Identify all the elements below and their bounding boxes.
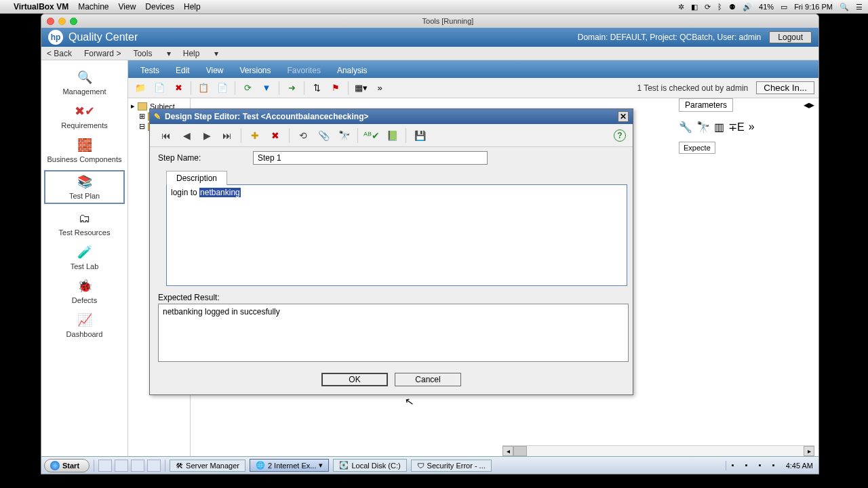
tab-versions[interactable]: Versions	[232, 63, 279, 78]
scroll-left-arrow-icon[interactable]: ◂	[502, 446, 513, 456]
ok-button[interactable]: OK	[321, 373, 388, 386]
tray-icon[interactable]: ▪	[772, 461, 782, 470]
mac-app-name[interactable]: VirtualBox VM	[14, 2, 68, 12]
scroll-left-icon[interactable]: ◂	[804, 99, 809, 110]
scroll-right-arrow-icon[interactable]: ▸	[804, 446, 814, 456]
sidebar-item-test-plan[interactable]: 📚Test Plan	[44, 170, 125, 204]
start-button[interactable]: Start	[44, 459, 90, 472]
description-textarea[interactable]: login to netbanking	[166, 184, 627, 286]
goto-button[interactable]: ➜	[283, 81, 300, 96]
tab-parameters[interactable]: Parameters	[679, 98, 733, 112]
new-test-button[interactable]: 📄	[151, 81, 167, 96]
filter-button[interactable]: ▼	[258, 81, 275, 96]
sidebar-item-management[interactable]: 🔍Management	[41, 66, 127, 100]
mac-menu-help[interactable]: Help	[184, 2, 201, 12]
battery-icon: ▭	[781, 3, 787, 12]
tab-favorites[interactable]: Favorites	[279, 63, 329, 78]
prev-step-button[interactable]: ◀	[177, 127, 196, 144]
tab-edit[interactable]: Edit	[167, 63, 198, 78]
dialog-titlebar[interactable]: ✎ Design Step Editor: Test <Accountbalan…	[150, 109, 633, 124]
horizontal-scrollbar[interactable]: ◂ ▸	[502, 445, 814, 456]
delete-button[interactable]: ✖	[170, 81, 186, 96]
indent-icon[interactable]: ∓E	[728, 121, 745, 134]
save-button[interactable]: 💾	[410, 127, 429, 144]
nav-tools[interactable]: Tools ▾	[133, 49, 170, 58]
dialog-close-button[interactable]: ✕	[618, 111, 629, 122]
last-step-button[interactable]: ⏭	[218, 127, 237, 144]
dropbox-icon[interactable]: ◧	[691, 3, 698, 12]
scroll-right-icon[interactable]: ▸	[809, 99, 814, 110]
nav-back[interactable]: < Back	[47, 49, 72, 58]
bluetooth-icon[interactable]: ᛒ	[717, 3, 722, 11]
menu-extras-icon[interactable]: ☰	[856, 3, 863, 12]
tab-view[interactable]: View	[198, 63, 232, 78]
window-minimize-icon[interactable]	[58, 18, 66, 25]
renumber-button[interactable]: ⟲	[294, 127, 313, 144]
cut-button[interactable]: 📋	[195, 81, 212, 96]
check-in-button[interactable]: Check In...	[756, 81, 814, 94]
expected-result-textarea[interactable]: netbanking logged in succesfully	[158, 304, 629, 362]
nav-help[interactable]: Help ▾	[183, 49, 218, 58]
window-zoom-icon[interactable]	[70, 18, 77, 25]
sidebar-item-defects[interactable]: 🐞Defects	[41, 274, 127, 308]
ql-explorer-icon[interactable]	[115, 460, 128, 472]
mac-menu-devices[interactable]: Devices	[145, 2, 174, 12]
task-local-disk[interactable]: 💽Local Disk (C:)	[333, 459, 406, 472]
more-button[interactable]: »	[372, 81, 388, 96]
scroll-thumb[interactable]	[513, 446, 527, 456]
task-server-manager[interactable]: 🛠Server Manager	[170, 460, 245, 472]
task-internet-explorer[interactable]: 🌐2 Internet Ex... ▾	[250, 459, 330, 472]
columns-button[interactable]: ▦▾	[353, 81, 369, 96]
find-icon[interactable]: 🔭	[696, 121, 710, 134]
task-security-error[interactable]: 🛡Security Error - ...	[411, 460, 492, 472]
first-step-button[interactable]: ⏮	[157, 127, 176, 144]
sidebar-item-test-resources[interactable]: 🗂Test Resources	[41, 207, 127, 241]
hp-logo-icon: hp	[48, 30, 63, 45]
thesaurus-button[interactable]: 📗	[382, 127, 401, 144]
ql-desktop-icon[interactable]	[98, 460, 112, 472]
sidebar-item-dashboard[interactable]: 📈Dashboard	[41, 308, 127, 342]
mac-menu-view[interactable]: View	[119, 2, 136, 12]
sidebar-item-requirements[interactable]: ✖✔Requirements	[41, 100, 127, 134]
spellcheck-button[interactable]: ᴬᴮ✔	[362, 127, 381, 144]
window-close-icon[interactable]	[47, 18, 54, 25]
tab-analysis[interactable]: Analysis	[329, 63, 376, 78]
next-step-button[interactable]: ▶	[197, 127, 216, 144]
vm-titlebar[interactable]: Tools [Running]	[41, 14, 818, 28]
volume-icon[interactable]: 🔊	[743, 3, 752, 12]
refresh-button[interactable]: ⟳	[239, 81, 256, 96]
mac-menu-machine[interactable]: Machine	[78, 2, 108, 12]
more-icon[interactable]: »	[749, 121, 755, 133]
tray-icon[interactable]: ▪	[745, 461, 755, 470]
new-step-button[interactable]: ✚	[245, 127, 264, 144]
delete-step-button[interactable]: ✖	[266, 127, 285, 144]
system-tray[interactable]: ▪ ▪ ▪ ▪ 4:45 AM	[726, 461, 818, 470]
ql-ie-icon[interactable]	[131, 460, 144, 472]
flag-button[interactable]: ⚑	[328, 81, 344, 96]
sort-button[interactable]: ⇅	[309, 81, 325, 96]
tool-icon[interactable]: 🔧	[679, 121, 692, 134]
sidebar-item-test-lab[interactable]: 🧪Test Lab	[41, 241, 127, 274]
find-button[interactable]: 🔭	[334, 127, 353, 144]
logout-button[interactable]: Logout	[769, 31, 812, 43]
column-expected[interactable]: Expecte	[679, 142, 715, 154]
nav-forward[interactable]: Forward >	[84, 49, 121, 58]
tab-description[interactable]: Description	[166, 171, 227, 185]
attach-button[interactable]: 📎	[314, 127, 333, 144]
sidebar-item-business-components[interactable]: 🧱Business Components	[41, 134, 127, 167]
ql-chrome-icon[interactable]	[147, 460, 161, 472]
wifi-icon[interactable]: ⚉	[729, 3, 736, 12]
tray-icon[interactable]: ▪	[732, 461, 741, 470]
spotlight-icon[interactable]: 🔍	[840, 3, 849, 12]
paste-button[interactable]: 📄	[214, 81, 231, 96]
mac-clock[interactable]: Fri 9:16 PM	[794, 3, 833, 11]
step-name-input[interactable]	[253, 151, 488, 165]
help-button[interactable]: ?	[614, 129, 626, 142]
tray-icon[interactable]: ▪	[759, 461, 768, 470]
cancel-button[interactable]: Cancel	[395, 373, 461, 386]
new-folder-button[interactable]: 📁	[132, 81, 149, 96]
tab-tests[interactable]: Tests	[132, 63, 167, 78]
main-toolbar: 📁 📄 ✖ 📋 📄 ⟳ ▼ ➜ ⇅ ⚑ ▦▾ » 1 Test is check…	[128, 78, 818, 98]
columns-icon[interactable]: ▥	[714, 121, 724, 134]
components-icon: 🧱	[76, 138, 94, 152]
